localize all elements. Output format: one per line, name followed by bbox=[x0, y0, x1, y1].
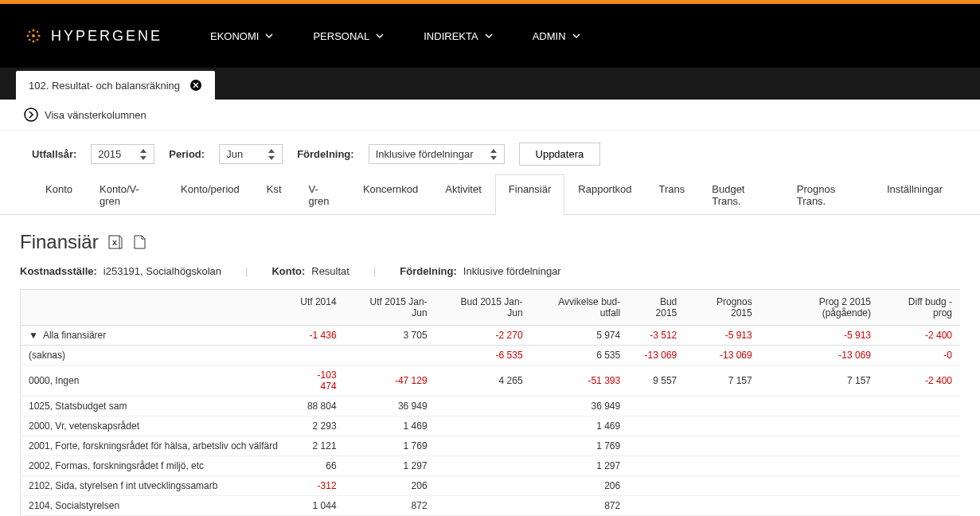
cell bbox=[685, 456, 759, 476]
column-header[interactable]: Diff budg - prog bbox=[879, 290, 960, 326]
separator: | bbox=[373, 265, 376, 277]
collapse-icon[interactable]: ▼ bbox=[29, 330, 38, 341]
table-row[interactable]: 2002, Formas, forskningsrådet f miljö, e… bbox=[21, 456, 961, 476]
row-label: 1025, Statsbudget sam bbox=[21, 397, 291, 416]
cell: 66 bbox=[291, 456, 345, 476]
report-tab[interactable]: Konto/period bbox=[167, 174, 253, 215]
updown-icon bbox=[267, 149, 275, 160]
column-header[interactable]: Avvikelse bud-utfall bbox=[531, 290, 629, 326]
svg-point-7 bbox=[29, 39, 31, 41]
meta-row: Kostnadsställe: i253191, Socialhögskolan… bbox=[20, 265, 960, 277]
report-tab[interactable]: Konto/V-gren bbox=[86, 174, 167, 215]
show-left-column-label[interactable]: Visa vänsterkolumnen bbox=[45, 109, 146, 121]
column-header[interactable]: Bud 2015 Jan- Jun bbox=[435, 290, 531, 326]
cell: 1 297 bbox=[345, 456, 435, 476]
report-tab[interactable]: Inställningar bbox=[873, 174, 956, 215]
report-tab[interactable]: Trans bbox=[646, 174, 699, 215]
nav-label: ADMIN bbox=[533, 30, 566, 42]
utfallsar-select[interactable]: 2015 bbox=[91, 144, 154, 164]
page-title: Finansiär bbox=[20, 231, 99, 253]
table-row[interactable]: 2000, Vr, vetenskapsrådet2 2931 4691 469 bbox=[21, 416, 961, 436]
table-row[interactable]: ▼Alla finansiärer-1 4363 705-2 2705 974-… bbox=[21, 326, 961, 346]
row-label: 2000, Vr, vetenskapsrådet bbox=[21, 416, 291, 436]
svg-point-2 bbox=[33, 41, 35, 43]
export-pdf-icon[interactable] bbox=[132, 235, 146, 249]
cell bbox=[435, 456, 531, 476]
row-label: (saknas) bbox=[21, 346, 291, 366]
nav-item[interactable]: EKONOMI bbox=[210, 30, 273, 42]
report-tab[interactable]: V-gren bbox=[295, 174, 349, 215]
report-tab[interactable]: Koncernkod bbox=[349, 174, 431, 215]
chevron-down-icon bbox=[376, 32, 384, 40]
cell: 88 804 bbox=[291, 397, 345, 416]
filters-row: Utfallsår: 2015 Period: Jun Fördelning: … bbox=[0, 131, 980, 174]
data-table: Utf 2014Utf 2015 Jan- JunBud 2015 Jan- J… bbox=[20, 289, 960, 516]
chevron-down-icon bbox=[485, 32, 493, 40]
report-tab[interactable]: Prognos Trans. bbox=[783, 174, 873, 215]
nav-items: EKONOMIPERSONALINDIREKTAADMIN bbox=[210, 30, 580, 42]
cell bbox=[879, 416, 960, 436]
cell: 1 769 bbox=[345, 436, 435, 456]
cell bbox=[345, 346, 435, 366]
column-header[interactable]: Bud 2015 bbox=[628, 290, 685, 326]
cell bbox=[435, 416, 531, 436]
table-row[interactable]: 2104, Socialstyrelsen1 044872872 bbox=[21, 496, 961, 516]
svg-point-3 bbox=[27, 35, 29, 37]
nav-item[interactable]: INDIREKTA bbox=[424, 30, 492, 42]
cell: -0 bbox=[879, 346, 960, 366]
cell: -6 535 bbox=[435, 346, 531, 366]
cell bbox=[685, 397, 759, 416]
cell: 1 044 bbox=[291, 496, 345, 516]
update-button[interactable]: Uppdatera bbox=[519, 143, 601, 166]
cell: -103 474 bbox=[291, 366, 345, 397]
nav-label: EKONOMI bbox=[210, 30, 259, 42]
chevron-down-icon bbox=[265, 32, 273, 40]
logo[interactable]: HYPERGENE bbox=[24, 26, 162, 45]
report-tab[interactable]: Konto bbox=[32, 174, 86, 215]
export-excel-icon[interactable]: X bbox=[108, 235, 123, 249]
table-row[interactable]: 2102, Sida, styrelsen f int utvecklingss… bbox=[21, 476, 961, 496]
column-header[interactable]: Prog 2 2015 (pågående) bbox=[760, 290, 879, 326]
close-icon[interactable] bbox=[189, 79, 202, 92]
report-tab[interactable]: Budget Trans. bbox=[698, 174, 783, 215]
cell bbox=[760, 397, 879, 416]
cell bbox=[879, 476, 960, 496]
report-tab[interactable]: Finansiär bbox=[495, 174, 564, 215]
report-tab[interactable]: Rapportkod bbox=[564, 174, 645, 215]
cell: -2 400 bbox=[879, 326, 960, 346]
cell bbox=[760, 456, 879, 476]
fordelning-select[interactable]: Inklusive fördelningar bbox=[369, 144, 505, 164]
cell bbox=[685, 476, 759, 496]
column-header[interactable]: Prognos 2015 bbox=[685, 290, 759, 326]
table-row[interactable]: 2001, Forte, forskningsrådet för hälsa, … bbox=[21, 436, 961, 456]
svg-point-5 bbox=[29, 31, 31, 33]
report-tab[interactable]: Kst bbox=[253, 174, 295, 215]
open-document-tab[interactable]: 102. Resultat- och balansräkning bbox=[16, 71, 215, 100]
cell bbox=[628, 416, 685, 436]
expand-left-icon[interactable] bbox=[24, 108, 38, 122]
table-header-row: Utf 2014Utf 2015 Jan- JunBud 2015 Jan- J… bbox=[21, 290, 961, 326]
column-header[interactable]: Utf 2014 bbox=[291, 290, 345, 326]
cell: -312 bbox=[291, 476, 345, 496]
cell: 1 469 bbox=[531, 416, 629, 436]
column-header[interactable]: Utf 2015 Jan- Jun bbox=[345, 290, 435, 326]
cell: 1 469 bbox=[345, 416, 435, 436]
cell: 4 265 bbox=[435, 366, 531, 397]
cell: -2 270 bbox=[435, 326, 531, 346]
content-area: Finansiär X Kostnadsställe: i253191, Soc… bbox=[0, 215, 980, 516]
cell bbox=[435, 436, 531, 456]
cell: -2 400 bbox=[879, 366, 960, 397]
cell: 3 705 bbox=[345, 326, 435, 346]
cell bbox=[685, 436, 759, 456]
nav-item[interactable]: ADMIN bbox=[533, 30, 580, 42]
nav-item[interactable]: PERSONAL bbox=[313, 30, 384, 42]
table-row[interactable]: 0000, Ingen-103 474-47 1294 265-51 3939 … bbox=[21, 366, 961, 397]
column-header[interactable] bbox=[21, 290, 291, 326]
cell: 1 769 bbox=[531, 436, 629, 456]
table-row[interactable]: 1025, Statsbudget sam88 80436 94936 949 bbox=[21, 397, 961, 416]
cell: -13 069 bbox=[760, 346, 879, 366]
period-select[interactable]: Jun bbox=[219, 144, 283, 164]
logo-icon bbox=[24, 26, 43, 45]
table-row[interactable]: (saknas)-6 5356 535-13 069-13 069-13 069… bbox=[21, 346, 961, 366]
report-tab[interactable]: Aktivitet bbox=[431, 174, 495, 215]
